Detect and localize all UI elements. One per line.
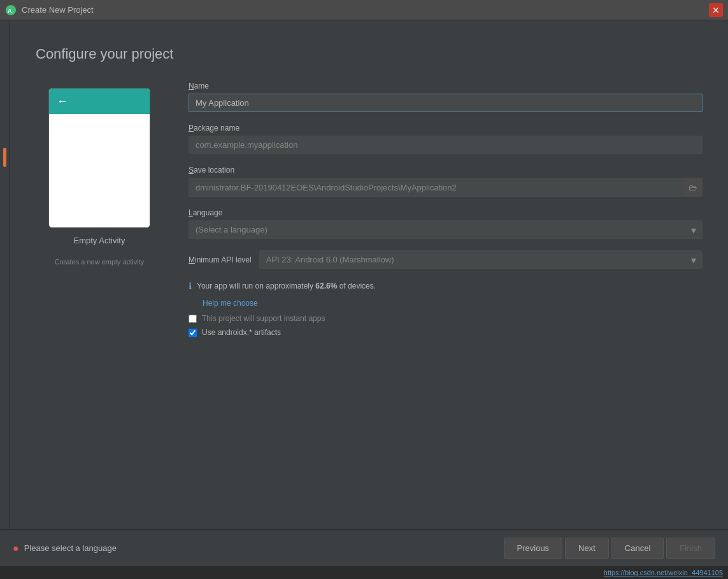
android-studio-icon: A	[5, 4, 17, 16]
phone-preview: ←	[48, 88, 150, 228]
help-me-choose-link[interactable]: Help me choose	[203, 299, 703, 308]
info-icon: ℹ	[189, 281, 192, 291]
phone-status-bar: ←	[49, 89, 150, 114]
save-location-input[interactable]	[189, 178, 683, 197]
package-name-label: Package name	[189, 124, 703, 132]
finish-button[interactable]: Finish	[666, 538, 715, 559]
package-name-input[interactable]	[189, 136, 703, 154]
bottom-bar: ● Please select a language Previous Next…	[0, 529, 728, 567]
button-row: Previous Next Cancel Finish	[504, 538, 715, 559]
language-label: Language	[189, 208, 703, 217]
language-select-wrapper: (Select a language) Java Kotlin	[189, 220, 703, 239]
api-level-select-wrapper: API 23: Android 6.0 (Marshmallow) API 21…	[259, 250, 703, 269]
preview-panel: ← Empty Activity Creates a new empty act…	[36, 82, 163, 517]
preview-description: Creates a new empty activity	[48, 258, 151, 266]
title-bar-label: Create New Project	[22, 5, 704, 15]
androidx-checkbox[interactable]	[189, 329, 197, 337]
info-row: ℹ Your app will run on approximately 62.…	[189, 280, 703, 292]
title-bar: A Create New Project ✕	[0, 0, 728, 20]
instant-apps-checkbox[interactable]	[189, 315, 197, 323]
phone-content	[49, 114, 150, 227]
save-location-input-wrapper: 🗁	[189, 178, 703, 197]
language-group: Language (Select a language) Java Kotlin	[189, 208, 703, 239]
back-arrow-icon: ←	[57, 95, 68, 108]
sidebar-indicator	[3, 148, 6, 167]
previous-button[interactable]: Previous	[504, 538, 563, 559]
api-level-label: Minimum API level	[189, 255, 252, 264]
save-location-group: Save location 🗁	[189, 166, 703, 197]
androidx-checkbox-row: Use androidx.* artifacts	[189, 328, 703, 337]
name-input[interactable]	[189, 94, 703, 112]
error-text: Please select a language	[24, 543, 117, 553]
error-row: ● Please select a language	[13, 543, 117, 554]
folder-icon: 🗁	[689, 183, 697, 192]
androidx-label: Use androidx.* artifacts	[202, 328, 281, 337]
name-field-group: Name	[189, 82, 703, 112]
svg-text:A: A	[8, 8, 12, 14]
info-percentage: 62.6%	[315, 282, 337, 290]
form-panel: Name Package name Save loc	[189, 82, 703, 517]
save-location-label: Save location	[189, 166, 703, 175]
status-url[interactable]: https://blog.csdn.net/weixin_44941105	[604, 569, 723, 576]
api-level-group: Minimum API level API 23: Android 6.0 (M…	[189, 250, 703, 269]
instant-apps-label: This project will support instant apps	[202, 314, 325, 323]
instant-apps-checkbox-row: This project will support instant apps	[189, 314, 703, 323]
package-name-group: Package name	[189, 124, 703, 154]
status-bar: https://blog.csdn.net/weixin_44941105	[0, 566, 728, 579]
info-text: Your app will run on approximately 62.6%…	[197, 280, 376, 292]
api-level-select[interactable]: API 23: Android 6.0 (Marshmallow) API 21…	[259, 250, 703, 269]
close-button[interactable]: ✕	[709, 3, 723, 17]
name-label: Name	[189, 82, 703, 90]
browse-folder-button[interactable]: 🗁	[683, 178, 703, 197]
cancel-button[interactable]: Cancel	[611, 538, 664, 559]
error-icon: ●	[13, 543, 19, 554]
preview-label: Empty Activity	[74, 236, 125, 245]
language-select[interactable]: (Select a language) Java Kotlin	[189, 220, 703, 239]
page-title: Configure your project	[36, 46, 703, 62]
next-button[interactable]: Next	[565, 538, 609, 559]
left-sidebar	[0, 20, 10, 529]
